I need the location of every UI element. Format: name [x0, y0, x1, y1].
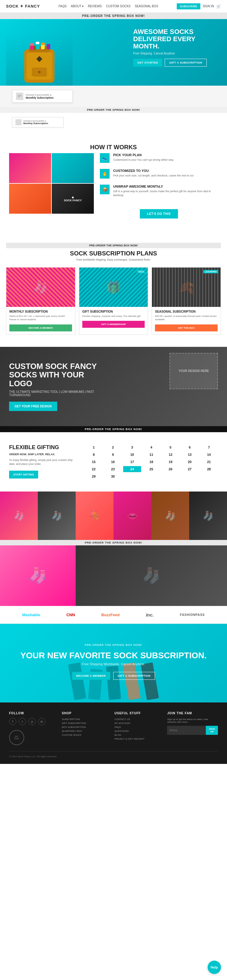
plan-badge-seasonal: LEADERBD [203, 270, 218, 273]
plan-card-gift: SALE 🎁 GIFT SUBSCRIPTION Flexible shippi… [79, 267, 148, 334]
cal-6: 6 [181, 444, 198, 450]
gifting-btn[interactable]: START GIFTING [9, 471, 38, 479]
step-3-title: UNWRAP AWESOME MONThLY [113, 185, 218, 188]
press-section: Mashable CNN BuzzFeed Inc. FASHIONPASS [0, 606, 227, 624]
subscription-card-2[interactable]: Choose if you'd prefer a Monthly Subscri… [12, 117, 63, 127]
cal-28: 28 [200, 466, 218, 472]
cal-12: 12 [162, 452, 179, 458]
plan-desc-gift: Flexible shipping. Surprise and many. Th… [83, 315, 145, 318]
nav-about[interactable]: ABOUT ▾ [71, 5, 84, 8]
inc-badge: INC5000 [9, 730, 24, 745]
plans-section: PRE-ORDER THE SPRING BOX NOW! SOCK SUBSC… [0, 231, 227, 347]
plan-btn-gift[interactable]: GIFT A MEMBERSHIP [83, 321, 145, 328]
hiw-sock-3 [9, 184, 51, 214]
footer-join-desc: Sign up to get the latest on sales, new … [167, 718, 218, 723]
custom-design-preview: YOUR DESIGN HERE [170, 353, 218, 389]
footer-link-privacy[interactable]: PRIVACY & GIFT RECEIPT [114, 738, 161, 740]
plan-img-seasonal: LEADERBD 🍂 [152, 267, 221, 307]
cal-18: 18 [142, 459, 160, 465]
plan-desc-seasonal: $30.00 / quarter. A seasonally themed pa… [155, 315, 217, 321]
cal-5: 5 [162, 444, 179, 450]
photo-5: 🧦 [151, 492, 189, 540]
cal-19: 19 [162, 459, 179, 465]
hiw-cta-button[interactable]: LET'S DO THIS [140, 209, 178, 218]
footer-email-input[interactable] [167, 726, 206, 735]
hero-gift-button[interactable]: GIFT A SUBSCRIPTION [165, 59, 207, 67]
plan-desc-monthly: Starts at $11.00 / mo. 1 awesome pair ev… [10, 315, 72, 321]
plan-btn-monthly[interactable]: BECOME A MEMBER [10, 325, 72, 331]
photo-1: 🧦 [0, 492, 38, 540]
nav-faqs[interactable]: FAQS [59, 5, 67, 8]
gifting-title: FLEXIBLE GIFTING [9, 444, 76, 451]
footer-follow-title: FOLLOW [9, 711, 56, 715]
step-3-icon: 📦 [100, 185, 110, 194]
cart-icon[interactable]: 🛒 [216, 4, 221, 8]
footer-link-gift-subscription[interactable]: GIFT SUBSCRIPTION [62, 722, 108, 725]
cal-9: 9 [104, 452, 122, 458]
footer-useful-col: USEFUL STUFF CONTACT US MY ACCOUNT FAQS … [114, 711, 161, 745]
press-mashable: Mashable [22, 612, 40, 617]
nav-custom[interactable]: CUSTOM SOCKS [106, 5, 130, 8]
cal-2: 2 [104, 444, 122, 450]
cal-27: 27 [181, 466, 198, 472]
nav-signin[interactable]: SIGN IN [203, 5, 214, 8]
plan-card-seasonal: LEADERBD 🍂 SEASONAL SUBSCRIPTION $30.00 … [152, 267, 221, 334]
social-twitter[interactable]: t [19, 718, 26, 725]
footer-link-custom[interactable]: CUSTOM SOCKS [62, 733, 108, 737]
plan-btn-seasonal[interactable]: GET THE BOX [155, 325, 217, 331]
photo-2: 🧦 [38, 492, 76, 540]
hiw-cta: LET'S DO THIS [100, 209, 218, 218]
brand-logo[interactable]: SOCK ✦ FANCY [6, 4, 40, 8]
hero-image [6, 31, 73, 86]
hiw-sock-4: ◆ SOCK FANCY [52, 184, 94, 214]
footer-link-faqs[interactable]: FAQS [114, 726, 161, 729]
social-instagram[interactable]: in [38, 718, 45, 725]
social-facebook[interactable]: f [9, 718, 16, 725]
step-2-desc: Pick your sock size, cut length, and che… [113, 174, 194, 178]
bottom-gift-button[interactable]: GIFT A SUBSCRIPTION [113, 672, 155, 680]
cal-11: 11 [142, 452, 160, 458]
step-1-content: PICK YOUR PLAN Customized to you! You ca… [113, 153, 174, 162]
step-1-title: PICK YOUR PLAN [113, 153, 174, 157]
hero-content: AWESOME SOCKS DELIVERED EVERY MONTH. Fre… [133, 28, 218, 67]
calendar-grid: 1 2 3 4 5 6 7 8 9 10 11 12 13 14 15 16 1… [85, 444, 218, 479]
plan-img-gift: SALE 🎁 [79, 267, 148, 307]
cal-30: 30 [104, 473, 122, 479]
subscription-card-1[interactable]: Choose if you'd prefer a Monthly Subscri… [12, 90, 73, 103]
bottom-hero-section: PRE-ORDER THE SPRING BOX NOW! YOUR NEW F… [0, 624, 227, 702]
step-2-content: CUSTOMIZED TO YOU Pick your sock size, c… [113, 169, 194, 178]
svg-rect-9 [36, 42, 39, 44]
nav-subscribe-button[interactable]: SUBSCRIBE [177, 3, 200, 10]
nav-seasonal[interactable]: SEASONAL BOX [135, 5, 158, 8]
custom-cta-button[interactable]: GET YOUR FREE DESIGN [9, 402, 57, 411]
step-2-icon: ✋ [100, 169, 110, 178]
plan-badge-gift: SALE [137, 270, 146, 273]
bottom-become-member-button[interactable]: BECOME A MEMBER [72, 672, 110, 680]
footer-link-contact[interactable]: CONTACT US [114, 718, 161, 721]
footer-link-account[interactable]: MY ACCOUNT [114, 722, 161, 725]
footer-link-box-subscription[interactable]: BOX SUBSCRIPTION [62, 726, 108, 729]
footer-social: f t p in [9, 718, 56, 725]
footer-link-quarterly[interactable]: QUARTERLY BOX [62, 730, 108, 732]
bottom-promo-label: PRE-ORDER THE SPRING BOX NOW! [9, 642, 218, 648]
cal-14: 14 [200, 452, 218, 458]
social-pinterest[interactable]: p [29, 718, 36, 725]
gifting-content: FLEXIBLE GIFTING ORDER NOW. SHIP LATER. … [9, 444, 76, 479]
hiw-layout: ◆ SOCK FANCY 👟 PICK YOUR PLAN Customized… [9, 153, 218, 218]
footer-signup-button[interactable]: SIGN UP [206, 726, 218, 735]
inc-badge-wrapper: INC5000 [9, 730, 56, 745]
nav-reviews[interactable]: REVIEWS [88, 5, 102, 8]
footer-link-questions[interactable]: QUESTIONS [114, 730, 161, 732]
footer-shop-title: SHOP [62, 711, 108, 715]
card-icon-1 [16, 92, 23, 100]
press-cnn: CNN [66, 612, 75, 617]
hero-get-started-button[interactable]: GET STARTED [133, 59, 162, 67]
footer-link-blog[interactable]: BLOG [114, 733, 161, 737]
step-3-content: UNWRAP AWESOME MONThLY Gift is a great w… [113, 185, 218, 197]
cal-22: 22 [85, 466, 103, 472]
plan-name-gift: GIFT SUBSCRIPTION [83, 310, 145, 313]
navbar: SOCK ✦ FANCY FAQS ABOUT ▾ REVIEWS CUSTOM… [0, 0, 227, 13]
hiw-title: HOW IT WORKS [9, 144, 218, 151]
footer-link-subscription[interactable]: SUBSCRIPTION [62, 718, 108, 721]
hero-buttons: GET STARTED GIFT A SUBSCRIPTION [133, 59, 218, 67]
